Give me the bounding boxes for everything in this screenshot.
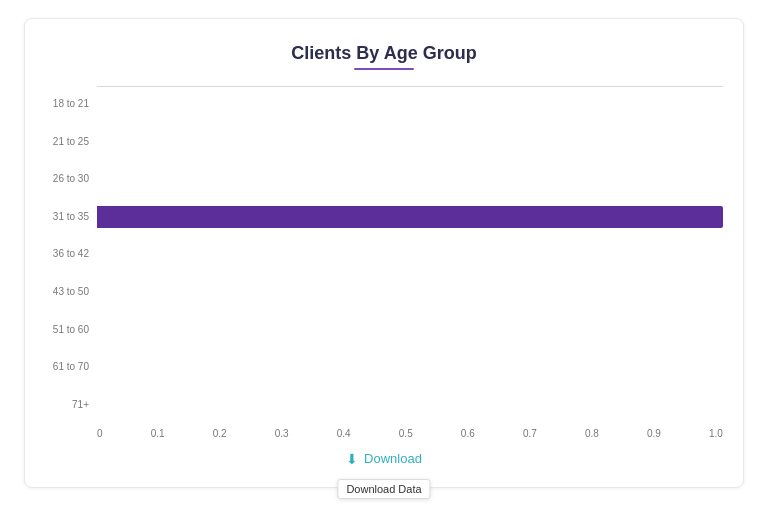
download-button[interactable]: ⬇ Download [338,447,430,471]
x-axis-label: 0.8 [585,428,599,439]
bar-row [97,161,723,199]
y-axis: 18 to 2121 to 2526 to 3031 to 3536 to 42… [45,86,97,424]
y-axis-label: 26 to 30 [53,174,89,184]
x-axis-label: 0.4 [337,428,351,439]
bar-row [97,86,723,124]
x-axis-label: 0.3 [275,428,289,439]
bar-row [97,348,723,386]
x-axis: 00.10.20.30.40.50.60.70.80.91.0 [97,428,723,439]
bar [97,206,723,228]
x-axis-label: 0.1 [151,428,165,439]
x-axis-label: 0.6 [461,428,475,439]
bar-row [97,236,723,274]
x-axis-label: 0.2 [213,428,227,439]
x-axis-label: 0.9 [647,428,661,439]
title-underline [354,68,414,70]
download-area: ⬇ Download Download Data [338,447,430,471]
bars-container [97,86,723,424]
chart-body: 18 to 2121 to 2526 to 3031 to 3536 to 42… [45,86,723,424]
y-axis-label: 43 to 50 [53,287,89,297]
x-axis-label: 0 [97,428,103,439]
chart-title: Clients By Age Group [291,43,476,64]
bar-row [97,123,723,161]
plot-area [97,86,723,424]
chart-area: 18 to 2121 to 2526 to 3031 to 3536 to 42… [45,86,723,439]
download-tooltip: Download Data [337,479,430,499]
y-axis-label: 51 to 60 [53,325,89,335]
download-label: Download [364,451,422,466]
bar-row [97,311,723,349]
y-axis-label: 36 to 42 [53,249,89,259]
x-axis-label: 0.5 [399,428,413,439]
bar-row [97,198,723,236]
x-axis-label: 1.0 [709,428,723,439]
y-axis-label: 21 to 25 [53,137,89,147]
y-axis-label: 71+ [72,400,89,410]
y-axis-label: 18 to 21 [53,99,89,109]
y-axis-label: 61 to 70 [53,362,89,372]
chart-card: Clients By Age Group 18 to 2121 to 2526 … [24,18,744,488]
bar-row [97,386,723,424]
y-axis-label: 31 to 35 [53,212,89,222]
bar-row [97,273,723,311]
download-icon: ⬇ [346,451,358,467]
x-axis-label: 0.7 [523,428,537,439]
